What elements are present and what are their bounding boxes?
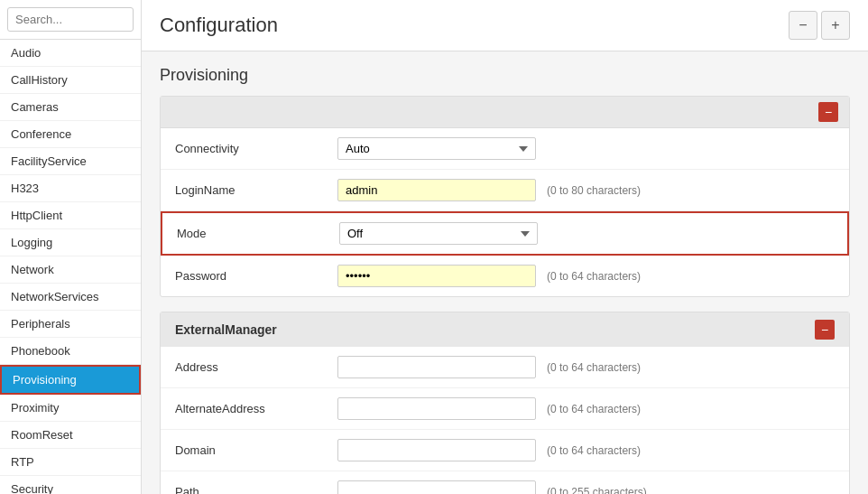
em-hint-address: (0 to 64 characters) [547,361,641,374]
provisioning-row-mode: ModeOffOnAuto [161,211,849,256]
page-title: Configuration [160,14,278,37]
sidebar-item-logging[interactable]: Logging [0,229,141,256]
sidebar-item-security[interactable]: Security [0,476,141,494]
sidebar-item-network[interactable]: Network [0,256,141,284]
nav-list: AudioCallHistoryCamerasConferenceFacilit… [0,40,141,494]
sidebar-item-rtp[interactable]: RTP [0,449,141,476]
em-control-alternateaddress [337,397,536,420]
sidebar: AudioCallHistoryCamerasConferenceFacilit… [0,0,142,494]
select-mode[interactable]: OffOnAuto [339,222,538,245]
label-connectivity: Connectivity [175,142,337,155]
em-label-path: Path [175,485,337,494]
search-input[interactable] [7,7,134,32]
em-hint-alternateaddress: (0 to 64 characters) [547,403,641,415]
section-heading: Provisioning [160,66,850,85]
external-manager-panel-body: Address(0 to 64 characters)AlternateAddr… [161,347,849,494]
em-hint-domain: (0 to 64 characters) [547,444,641,457]
em-row-domain: Domain(0 to 64 characters) [161,430,849,471]
sidebar-item-phonebook[interactable]: Phonebook [0,338,141,365]
external-manager-title: ExternalManager [175,322,277,337]
input-password[interactable] [337,265,536,287]
provisioning-panel-body: ConnectivityAutoManualOffLoginName(0 to … [161,128,849,296]
main-content: Configuration − + Provisioning − Connect… [142,0,868,494]
plus-button[interactable]: + [821,11,850,40]
sidebar-item-networkservices[interactable]: NetworkServices [0,284,141,311]
select-connectivity[interactable]: AutoManualOff [337,137,536,160]
em-input-address[interactable] [337,356,536,378]
em-control-path [337,480,536,494]
control-connectivity: AutoManualOff [337,137,536,160]
provisioning-row-connectivity: ConnectivityAutoManualOff [161,128,849,170]
control-mode: OffOnAuto [339,222,538,245]
em-label-alternateaddress: AlternateAddress [175,402,337,415]
sidebar-item-h323[interactable]: H323 [0,175,141,202]
em-row-address: Address(0 to 64 characters) [161,347,849,388]
provisioning-panel-header: − [161,97,849,128]
sidebar-item-roomreset[interactable]: RoomReset [0,422,141,449]
provisioning-panel: − ConnectivityAutoManualOffLoginName(0 t… [160,96,850,297]
sidebar-item-facilityservice[interactable]: FacilityService [0,148,141,175]
hint-password: (0 to 64 characters) [547,270,641,283]
content-area: Provisioning − ConnectivityAutoManualOff… [142,51,868,494]
provisioning-collapse-btn[interactable]: − [818,102,838,122]
sidebar-item-httpclient[interactable]: HttpClient [0,202,141,229]
hint-loginname: (0 to 80 characters) [547,184,641,197]
external-manager-collapse-btn[interactable]: − [815,320,835,340]
label-loginname: LoginName [175,183,337,197]
label-password: Password [175,269,337,283]
external-manager-panel: ExternalManager − Address(0 to 64 charac… [160,312,850,494]
em-control-address [337,356,536,378]
control-loginname [337,179,536,201]
em-hint-path: (0 to 255 characters) [547,486,647,495]
sidebar-item-peripherals[interactable]: Peripherals [0,311,141,338]
provisioning-row-loginname: LoginName(0 to 80 characters) [161,170,849,211]
header-buttons: − + [789,11,850,40]
minus-button[interactable]: − [789,11,817,40]
external-manager-header: ExternalManager − [161,312,849,347]
em-label-domain: Domain [175,443,337,457]
page-header: Configuration − + [142,0,868,51]
em-row-alternateaddress: AlternateAddress(0 to 64 characters) [161,388,849,430]
em-row-path: Path(0 to 255 characters) [161,471,849,494]
em-input-domain[interactable] [337,439,536,461]
em-label-address: Address [175,360,337,374]
em-input-path[interactable] [337,480,536,494]
provisioning-row-password: Password(0 to 64 characters) [161,256,849,296]
em-control-domain [337,439,536,461]
sidebar-item-provisioning[interactable]: Provisioning [0,365,141,395]
label-mode: Mode [177,227,339,240]
sidebar-item-cameras[interactable]: Cameras [0,94,141,121]
control-password [337,265,536,287]
em-input-alternateaddress[interactable] [337,397,536,420]
sidebar-item-proximity[interactable]: Proximity [0,395,141,422]
sidebar-item-callhistory[interactable]: CallHistory [0,67,141,94]
input-loginname[interactable] [337,179,536,201]
search-box [0,0,141,40]
sidebar-item-conference[interactable]: Conference [0,121,141,148]
sidebar-item-audio[interactable]: Audio [0,40,141,67]
